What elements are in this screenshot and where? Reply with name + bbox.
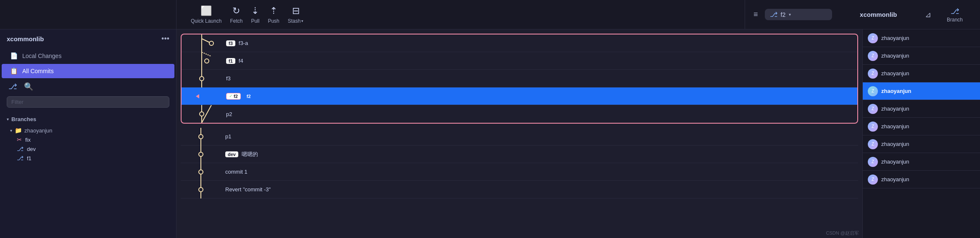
top-bar-right: ≡ ⎇ f2 ▾ xcommonlib ⊿ ⎇ Branch <box>745 0 980 29</box>
local-changes-icon: 📄 <box>10 52 18 60</box>
branch-selector-name: f2 <box>781 11 786 18</box>
sidebar-panel: xcommonlib ••• 📄 Local Changes 📋 All Com… <box>0 29 177 238</box>
graph-col-7 <box>187 145 225 163</box>
branch-item-fix-label: fix <box>25 137 31 143</box>
fetch-icon: ↻ <box>232 5 240 16</box>
branch-item-f1[interactable]: ⎇ f1 <box>7 153 169 163</box>
branch-item-f1-label: f1 <box>27 155 32 161</box>
author-9: zhaoyanjun <box>881 176 909 182</box>
filter-input[interactable] <box>7 96 169 108</box>
branch-f1-icon: ⎇ <box>17 155 24 161</box>
center-panel: f3 f3-a f1 f <box>177 29 862 238</box>
right-row-3: Z zhaoyanjun <box>863 65 980 82</box>
avatar-6: Z <box>868 122 878 132</box>
push-button[interactable]: ⇡ Push <box>263 3 283 26</box>
commit-message-5: p2 <box>226 111 232 117</box>
branch-tag-f3: f3 <box>226 40 235 46</box>
filter-icon[interactable]: ⊿ <box>925 10 931 19</box>
branches-chevron: ▾ <box>7 117 9 122</box>
branch-tag-f2-blue: f2 <box>244 93 253 99</box>
commit-row-2[interactable]: f1 f4 <box>182 52 857 70</box>
author-4: zhaoyanjun <box>881 88 912 94</box>
commit-label-col-2: f1 f4 <box>226 58 851 64</box>
quick-launch-button[interactable]: ⬜ Quick Launch <box>187 3 226 26</box>
sidebar-nav-local-changes[interactable]: 📄 Local Changes <box>2 49 174 63</box>
commit-message-3: f3 <box>226 75 231 82</box>
graph-col-5 <box>188 105 226 123</box>
avatar-1: Z <box>868 33 878 43</box>
commit-label-col-9: Revert "commit -3" <box>225 186 851 193</box>
commit-row-4[interactable]: ✓ f2 f2 <box>182 87 857 105</box>
branch-group-header[interactable]: ▾ 📁 zhaoyanjun <box>7 126 169 135</box>
branch-top-right-button[interactable]: ⎇ Branch <box>938 7 972 23</box>
sidebar-header: xcommonlib ••• <box>0 29 176 48</box>
branch-group-chevron: ▾ <box>10 128 12 133</box>
branch-tag-dev: dev <box>225 151 238 157</box>
branch-item-fix[interactable]: ✂ fix <box>7 135 169 144</box>
commit-message-7: 嗯嗯的 <box>242 151 258 158</box>
commit-row-7[interactable]: dev 嗯嗯的 <box>181 145 858 163</box>
avatar-9: Z <box>868 175 878 185</box>
commit-message-2: f4 <box>239 58 243 64</box>
branch-top-right-icon: ⎇ <box>951 7 959 16</box>
commit-label-col-1: f3 f3-a <box>226 40 851 46</box>
commit-row-8[interactable]: commit 1 <box>181 163 858 181</box>
sidebar-more-button[interactable]: ••• <box>161 34 169 43</box>
top-bar: ⬜ Quick Launch ↻ Fetch ⇣ Pull ⇡ Push ⊟ S… <box>0 0 980 29</box>
branch-tool-button[interactable]: ⎇ <box>8 82 17 91</box>
search-tool-button[interactable]: 🔍 <box>24 82 33 91</box>
commit-row-3[interactable]: f3 <box>182 70 857 87</box>
fetch-button[interactable]: ↻ Fetch <box>226 3 247 26</box>
commit-label-col-7: dev 嗯嗯的 <box>225 151 851 158</box>
graph-col-3 <box>188 70 226 87</box>
stash-label: Stash ▾ <box>288 18 304 24</box>
graph-svg-8 <box>187 163 225 181</box>
svg-point-17 <box>199 152 203 156</box>
author-2: zhaoyanjun <box>881 53 909 59</box>
top-bar-left <box>0 0 177 29</box>
right-panel: Z zhaoyanjun Z zhaoyanjun Z zhaoyanjun Z… <box>862 29 980 238</box>
graph-svg-4 <box>188 87 226 105</box>
right-row-5: Z zhaoyanjun <box>863 100 980 118</box>
svg-point-15 <box>199 135 203 139</box>
branch-selector[interactable]: ⎇ f2 ▾ <box>765 9 832 20</box>
push-icon: ⇡ <box>270 5 277 16</box>
graph-svg-2 <box>188 52 226 70</box>
all-commits-icon: 📋 <box>10 67 18 75</box>
all-commits-label: All Commits <box>22 68 54 74</box>
graph-col-2 <box>188 52 226 69</box>
quick-launch-icon: ⬜ <box>200 5 212 16</box>
avatar-2: Z <box>868 51 878 61</box>
avatar-8: Z <box>868 157 878 167</box>
stash-button[interactable]: ⊟ Stash ▾ <box>284 3 308 26</box>
commit-row-9[interactable]: Revert "commit -3" <box>181 181 858 198</box>
branch-fix-icon: ✂ <box>17 136 22 143</box>
check-icon: ✓ <box>229 94 232 98</box>
graph-svg-5 <box>188 105 226 123</box>
commit-row-5[interactable]: p2 <box>182 105 857 123</box>
author-7: zhaoyanjun <box>881 141 909 147</box>
svg-point-7 <box>200 77 204 81</box>
graph-col-9 <box>187 181 225 198</box>
right-row-4: Z zhaoyanjun <box>863 82 980 100</box>
svg-point-2 <box>209 41 213 45</box>
branch-item-dev-label: dev <box>27 146 36 152</box>
below-box-commits: p1 dev 嗯嗯的 <box>181 128 858 198</box>
filter-row <box>0 95 176 111</box>
branch-item-dev[interactable]: ⎇ dev <box>7 144 169 153</box>
hamburger-icon[interactable]: ≡ <box>753 10 758 19</box>
commit-label-col-6: p1 <box>225 133 851 140</box>
commit-label-col-3: f3 <box>226 75 851 82</box>
sidebar-nav-all-commits[interactable]: 📋 All Commits <box>2 64 174 78</box>
commit-row-6[interactable]: p1 <box>181 128 858 145</box>
local-changes-label: Local Changes <box>22 53 61 59</box>
fetch-label: Fetch <box>230 18 242 24</box>
commit-row-1[interactable]: f3 f3-a <box>182 34 857 52</box>
avatar-7: Z <box>868 139 878 149</box>
graph-col-6 <box>187 128 225 145</box>
pull-button[interactable]: ⇣ Pull <box>247 3 263 26</box>
right-row-7: Z zhaoyanjun <box>863 135 980 153</box>
branches-header[interactable]: ▾ Branches <box>7 114 169 124</box>
commit-label-col-5: p2 <box>226 111 851 117</box>
branch-dev-icon: ⎇ <box>17 145 24 152</box>
